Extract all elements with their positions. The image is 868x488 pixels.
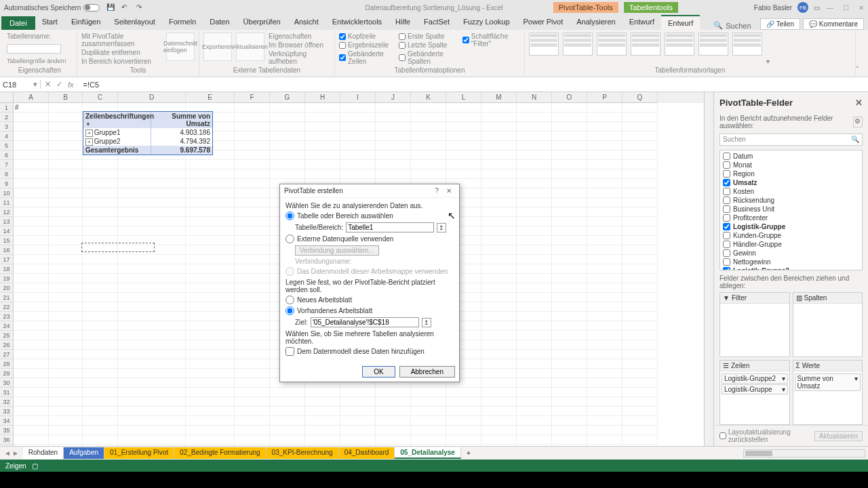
vertical-scrollbar[interactable] — [704, 92, 713, 446]
row-head[interactable]: 24 — [0, 321, 14, 331]
col-head-H[interactable]: H — [305, 92, 340, 103]
pivot-filter-icon[interactable]: ▼ — [85, 121, 91, 127]
tab-factset[interactable]: FactSet — [417, 15, 456, 30]
row-head[interactable]: 13 — [0, 217, 14, 226]
row-field-item[interactable]: Logistik-Gruppe▾ — [722, 384, 788, 394]
slicer-button[interactable]: Datenschnitt einfügen — [166, 33, 195, 61]
defer-layout-chk[interactable]: Layoutaktualisierung zurückstellen — [719, 428, 814, 443]
radio-existing-sheet[interactable] — [285, 306, 294, 315]
redo-icon[interactable]: ↷ — [136, 3, 144, 12]
field-list[interactable]: Datum Monat Region Umsatz Kosten Rücksen… — [719, 150, 863, 270]
col-head-B[interactable]: B — [49, 92, 83, 103]
row-head[interactable]: 1 — [0, 103, 14, 113]
chk-add-datamodel[interactable] — [285, 347, 294, 356]
cancel-fx-icon[interactable]: ✕ — [45, 80, 51, 89]
row-head[interactable]: 14 — [0, 226, 14, 236]
choose-connection-button[interactable]: Verbindung auswählen... — [295, 245, 379, 256]
col-head-I[interactable]: I — [340, 92, 376, 103]
col-head-M[interactable]: M — [481, 92, 517, 103]
row-head[interactable]: 15 — [0, 236, 14, 245]
target-input[interactable] — [311, 317, 419, 327]
field-Kunden-Gruppe[interactable]: Kunden-Gruppe — [722, 231, 861, 240]
chk-last-col[interactable]: Letzte Spalte — [399, 41, 458, 49]
maximize-icon[interactable]: ☐ — [843, 4, 849, 12]
chk-filter[interactable]: Schaltfläche "Filter" — [462, 33, 520, 47]
col-head-P[interactable]: P — [587, 92, 623, 103]
tab-ansicht[interactable]: Ansicht — [288, 15, 326, 30]
tab-einfügen[interactable]: Einfügen — [64, 15, 107, 30]
sheet-tab-02_Bedingte Formatierung[interactable]: 02_Bedingte Formatierung — [174, 447, 266, 459]
row-head[interactable]: 32 — [0, 397, 14, 407]
tab-nav-next-icon[interactable]: ► — [12, 449, 19, 457]
tab-power pivot[interactable]: Power Pivot — [517, 15, 570, 30]
table-styles-gallery[interactable]: ▾ — [529, 33, 851, 65]
row-head[interactable]: 36 — [0, 435, 14, 445]
table-name-input[interactable] — [7, 44, 61, 54]
row-head[interactable]: 9 — [0, 179, 14, 188]
row-head[interactable]: 34 — [0, 416, 14, 426]
pivot-table-display[interactable]: Zeilenbeschriftungen ▼ Summe von Umsatz … — [83, 111, 213, 155]
row-head[interactable]: 25 — [0, 331, 14, 340]
formula-input[interactable]: =!C5 — [83, 81, 100, 89]
autosave-toggle[interactable] — [83, 4, 100, 12]
chk-first-col[interactable]: Erste Spalte — [399, 33, 458, 40]
row-head[interactable]: 23 — [0, 312, 14, 321]
radio-select-table[interactable] — [285, 211, 294, 220]
row-head[interactable]: 3 — [0, 122, 14, 131]
sheet-tab-04_Dashboard[interactable]: 04_Dashboard — [339, 447, 395, 459]
sheet-tab-Rohdaten[interactable]: Rohdaten — [23, 447, 64, 459]
chk-header[interactable]: Kopfzeile — [339, 33, 395, 40]
tab-nav-prev-icon[interactable]: ◄ — [4, 449, 11, 457]
share-button[interactable]: 🔗 Teilen — [760, 18, 800, 30]
row-head[interactable]: 22 — [0, 302, 14, 312]
row-head[interactable]: 33 — [0, 407, 14, 416]
row-head[interactable]: 17 — [0, 255, 14, 264]
value-field-item[interactable]: Summe von Umsatz▾ — [795, 373, 861, 391]
tab-fuzzy lookup[interactable]: Fuzzy Lookup — [456, 15, 516, 30]
field-Nettogewinn[interactable]: Nettogewinn — [722, 258, 861, 266]
field-Logistik-Gruppe2[interactable]: Logistik-Gruppe2 — [722, 266, 861, 270]
sheet-tab-03_KPI-Berechnung[interactable]: 03_KPI-Berechnung — [267, 447, 339, 459]
col-head-A[interactable]: A — [14, 92, 49, 103]
field-Region[interactable]: Region — [722, 169, 861, 178]
chk-total[interactable]: Ergebniszeile — [339, 41, 395, 49]
row-field-item[interactable]: Logistik-Gruppe2▾ — [722, 373, 788, 384]
unlink[interactable]: Verknüpfung aufheben — [269, 50, 330, 65]
field-Händler-Gruppe[interactable]: Händler-Gruppe — [722, 240, 861, 249]
col-head-O[interactable]: O — [552, 92, 587, 103]
name-box[interactable]: C18▾ — [0, 80, 41, 89]
minimize-icon[interactable]: — — [827, 4, 833, 12]
row-head[interactable]: 27 — [0, 350, 14, 359]
row-head[interactable]: 30 — [0, 378, 14, 388]
area-columns[interactable]: ▥Spalten — [793, 292, 863, 357]
sheet-tab-Aufgaben[interactable]: Aufgaben — [64, 447, 104, 459]
save-icon[interactable]: 💾 — [106, 3, 115, 12]
col-head-K[interactable]: K — [411, 92, 446, 103]
col-head-D[interactable]: D — [118, 92, 186, 103]
area-values[interactable]: ΣWerte Summe von Umsatz▾ — [793, 360, 863, 425]
table-range-input[interactable] — [346, 222, 434, 232]
properties[interactable]: Eigenschaften — [269, 33, 330, 40]
gallery-more-icon[interactable]: ▾ — [766, 58, 770, 65]
row-head[interactable]: 8 — [0, 169, 14, 179]
collapse-ribbon-icon[interactable]: ˄ — [856, 31, 865, 75]
undo-icon[interactable]: ↶ — [121, 3, 130, 12]
field-Profitcenter[interactable]: Profitcenter — [722, 214, 861, 222]
avatar[interactable]: FB — [797, 2, 808, 13]
select-all-corner[interactable] — [0, 92, 14, 103]
comments-button[interactable]: 💬 Kommentare — [803, 18, 864, 30]
col-head-F[interactable]: F — [235, 92, 270, 103]
row-head[interactable]: 11 — [0, 198, 14, 207]
tab-formeln[interactable]: Formeln — [162, 15, 203, 30]
field-Umsatz[interactable]: Umsatz — [722, 178, 861, 187]
row-head[interactable]: 37 — [0, 445, 14, 446]
col-head-J[interactable]: J — [376, 92, 411, 103]
row-head[interactable]: 20 — [0, 283, 14, 293]
radio-external[interactable] — [285, 235, 294, 243]
col-head-E[interactable]: E — [186, 92, 235, 103]
dialog-close-icon[interactable]: ✕ — [443, 187, 455, 195]
row-head[interactable]: 29 — [0, 369, 14, 378]
fx-icon[interactable]: fx — [68, 81, 74, 89]
tab-entwicklertools[interactable]: Entwicklertools — [326, 15, 389, 30]
row-head[interactable]: 16 — [0, 245, 14, 255]
